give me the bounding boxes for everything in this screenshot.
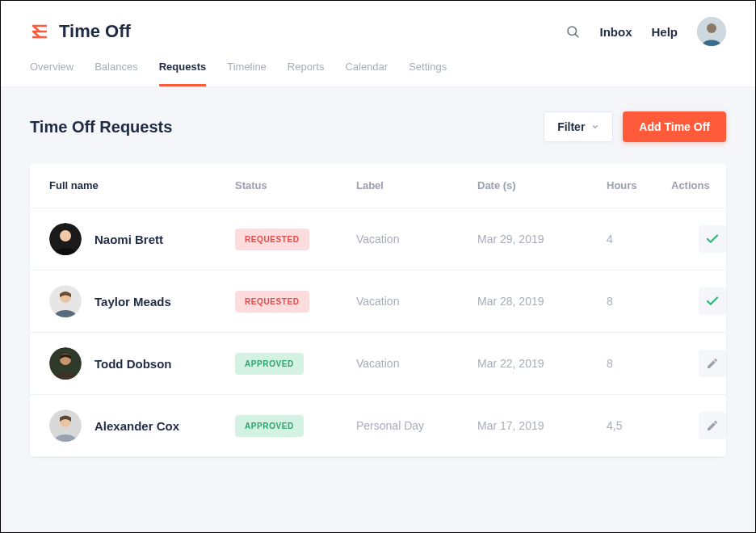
edit-button[interactable] bbox=[699, 350, 726, 377]
actions-cell bbox=[671, 350, 726, 377]
user-name: Todd Dobson bbox=[94, 357, 172, 371]
status-badge: APPROVED bbox=[235, 415, 304, 437]
current-user-avatar[interactable] bbox=[697, 17, 726, 46]
content-header: Time Off Requests Filter Add Time Off bbox=[30, 111, 726, 142]
filter-button[interactable]: Filter bbox=[544, 111, 613, 142]
user-name: Taylor Meads bbox=[94, 295, 171, 308]
status-cell: REQUESTED bbox=[235, 229, 356, 250]
tab-settings[interactable]: Settings bbox=[409, 61, 447, 86]
search-icon[interactable] bbox=[565, 24, 580, 39]
hours-cell: 4,5 bbox=[607, 419, 671, 432]
name-cell: Naomi Brett bbox=[49, 223, 235, 255]
chevron-down-icon bbox=[591, 120, 599, 133]
date-cell: Mar 29, 2019 bbox=[477, 233, 607, 246]
svg-line-1 bbox=[576, 34, 578, 36]
table-row: Taylor MeadsREQUESTEDVacationMar 28, 201… bbox=[30, 271, 726, 333]
inbox-link[interactable]: Inbox bbox=[599, 25, 632, 39]
user-avatar bbox=[49, 347, 82, 380]
tabs: Overview Balances Requests Timeline Repo… bbox=[1, 46, 755, 87]
status-cell: APPROVED bbox=[235, 353, 356, 375]
header-actions: Filter Add Time Off bbox=[544, 111, 726, 142]
col-status: Status bbox=[235, 179, 356, 191]
page-title: Time Off Requests bbox=[30, 118, 172, 136]
status-badge: REQUESTED bbox=[235, 229, 309, 250]
label-cell: Vacation bbox=[356, 233, 477, 246]
tab-timeline[interactable]: Timeline bbox=[227, 61, 267, 86]
date-cell: Mar 28, 2019 bbox=[477, 295, 607, 308]
table-row: Naomi BrettREQUESTEDVacationMar 29, 2019… bbox=[30, 208, 726, 271]
col-hours: Hours bbox=[607, 179, 671, 191]
filter-label: Filter bbox=[557, 120, 585, 133]
user-avatar bbox=[49, 223, 82, 255]
table-row: Alexander CoxAPPROVEDPersonal DayMar 17,… bbox=[30, 395, 726, 457]
hours-cell: 4 bbox=[607, 233, 671, 246]
label-cell: Personal Day bbox=[356, 419, 477, 432]
table-row: Todd DobsonAPPROVEDVacationMar 22, 20198 bbox=[30, 333, 726, 395]
name-cell: Taylor Meads bbox=[49, 285, 235, 317]
tab-overview[interactable]: Overview bbox=[30, 61, 74, 86]
date-cell: Mar 22, 2019 bbox=[477, 357, 607, 370]
svg-point-5 bbox=[60, 230, 71, 241]
col-date: Date (s) bbox=[477, 179, 607, 191]
actions-cell bbox=[671, 225, 726, 253]
status-cell: APPROVED bbox=[235, 415, 356, 437]
top-actions: Inbox Help bbox=[565, 17, 726, 46]
table-header: Full name Status Label Date (s) Hours Ac… bbox=[30, 163, 726, 208]
content: Time Off Requests Filter Add Time Off Fu… bbox=[1, 87, 755, 533]
tab-calendar[interactable]: Calendar bbox=[345, 61, 388, 86]
add-time-off-button[interactable]: Add Time Off bbox=[623, 111, 726, 142]
svg-point-3 bbox=[707, 23, 716, 33]
col-actions: Actions bbox=[671, 179, 726, 191]
name-cell: Todd Dobson bbox=[49, 347, 235, 380]
actions-cell bbox=[671, 412, 726, 439]
name-cell: Alexander Cox bbox=[49, 409, 235, 442]
help-link[interactable]: Help bbox=[651, 25, 678, 39]
user-avatar bbox=[49, 285, 82, 317]
status-badge: REQUESTED bbox=[235, 291, 309, 313]
requests-table: Full name Status Label Date (s) Hours Ac… bbox=[30, 163, 726, 457]
label-cell: Vacation bbox=[356, 295, 477, 308]
user-avatar bbox=[49, 409, 82, 442]
tab-balances[interactable]: Balances bbox=[94, 61, 137, 86]
tab-reports[interactable]: Reports bbox=[288, 61, 325, 86]
status-cell: REQUESTED bbox=[235, 291, 356, 313]
actions-cell bbox=[671, 287, 726, 315]
brand: Time Off bbox=[30, 21, 131, 42]
col-label: Label bbox=[356, 179, 477, 191]
user-name: Naomi Brett bbox=[94, 233, 163, 246]
app-title: Time Off bbox=[59, 21, 131, 42]
hours-cell: 8 bbox=[607, 295, 671, 308]
date-cell: Mar 17, 2019 bbox=[477, 419, 607, 432]
label-cell: Vacation bbox=[356, 357, 477, 370]
tab-requests[interactable]: Requests bbox=[159, 61, 207, 86]
app-logo-icon bbox=[30, 22, 49, 41]
approve-button[interactable] bbox=[699, 225, 726, 253]
approve-button[interactable] bbox=[699, 287, 726, 315]
edit-button[interactable] bbox=[699, 412, 726, 439]
status-badge: APPROVED bbox=[235, 353, 304, 375]
topbar: Time Off Inbox Help bbox=[1, 1, 755, 46]
user-name: Alexander Cox bbox=[94, 419, 179, 433]
col-full-name: Full name bbox=[49, 179, 235, 191]
hours-cell: 8 bbox=[607, 357, 671, 370]
